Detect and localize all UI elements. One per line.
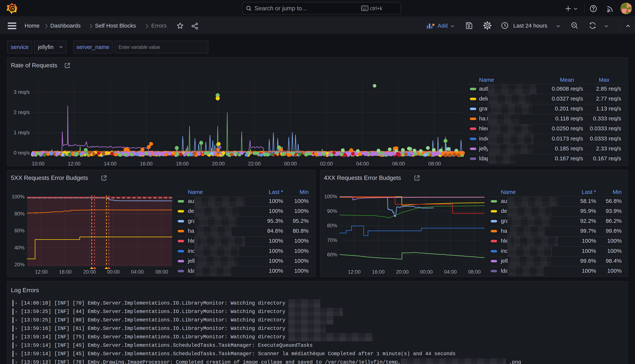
svg-text:20:00: 20:00 [212, 161, 225, 166]
svg-text:2 req/s: 2 req/s [14, 109, 30, 115]
svg-text:20:00: 20:00 [83, 269, 96, 275]
svg-text:60%: 60% [15, 228, 25, 234]
svg-text:04:00: 04:00 [444, 269, 457, 275]
svg-text:0 req/s: 0 req/s [14, 150, 30, 156]
svg-text:3 req/s: 3 req/s [14, 89, 30, 95]
svg-text:18:00: 18:00 [176, 161, 189, 166]
svg-text:02:00: 02:00 [320, 161, 333, 166]
svg-text:10:00: 10:00 [32, 161, 45, 166]
svg-text:00:00: 00:00 [284, 161, 297, 166]
svg-text:00:00: 00:00 [107, 269, 120, 275]
svg-text:08:00: 08:00 [468, 269, 481, 275]
svg-text:06:00: 06:00 [392, 161, 405, 166]
svg-text:04:00: 04:00 [131, 269, 144, 275]
svg-text:20:00: 20:00 [396, 269, 409, 275]
svg-text:22:00: 22:00 [248, 161, 261, 166]
svg-text:90%: 90% [327, 208, 337, 214]
svg-text:12:00: 12:00 [68, 161, 81, 166]
svg-text:80%: 80% [15, 211, 25, 216]
svg-text:12:00: 12:00 [348, 269, 361, 275]
svg-text:16:00: 16:00 [372, 269, 385, 275]
svg-text:14:00: 14:00 [104, 161, 117, 166]
svg-text:100%: 100% [324, 194, 337, 199]
svg-text:40%: 40% [15, 245, 25, 250]
svg-text:12:00: 12:00 [35, 269, 48, 275]
svg-text:1 req/s: 1 req/s [14, 130, 30, 136]
svg-text:16:00: 16:00 [59, 269, 72, 275]
svg-text:04:00: 04:00 [356, 161, 369, 166]
svg-text:100%: 100% [12, 194, 25, 200]
svg-text:16:00: 16:00 [140, 161, 153, 166]
svg-text:08:00: 08:00 [428, 161, 441, 166]
svg-text:70%: 70% [327, 238, 337, 243]
svg-text:00:00: 00:00 [420, 269, 433, 275]
svg-text:08:00: 08:00 [155, 269, 168, 275]
svg-text:20%: 20% [15, 262, 25, 268]
svg-text:60%: 60% [327, 252, 337, 258]
svg-text:80%: 80% [327, 223, 337, 228]
